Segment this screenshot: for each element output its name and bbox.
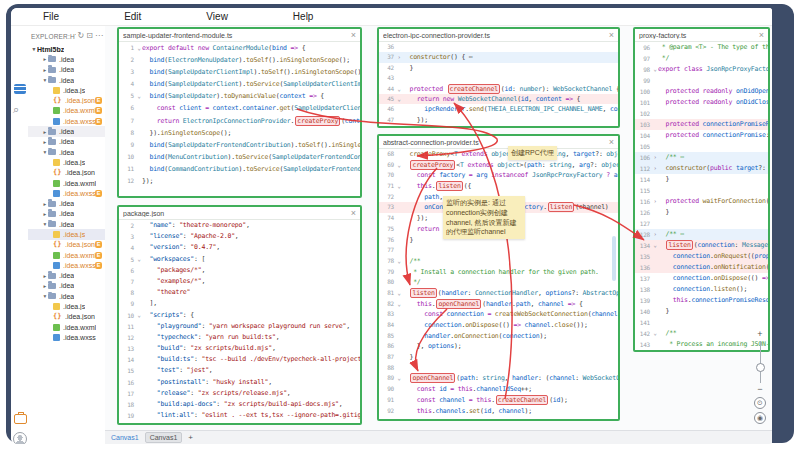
- code-line-105[interactable]: 105: [635, 141, 768, 152]
- code-line-5[interactable]: 5⌄ "workspaces": [: [119, 254, 360, 265]
- zoom-in-button[interactable]: +: [757, 330, 762, 339]
- code-line-81[interactable]: 81⌄ listen(handler: ConnectionHandler, o…: [379, 288, 618, 299]
- code-line-87[interactable]: 87 }: [379, 352, 618, 363]
- tree-item-idea[interactable]: ▸.idea: [28, 209, 105, 219]
- code-line-91[interactable]: 91 const channel = this.createChannel(id…: [379, 395, 618, 406]
- code-line-11[interactable]: 11 "playground": "yarn workspace playgro…: [119, 321, 360, 332]
- code-line-101[interactable]: 101 protected readonly onDidCloseConn: [635, 97, 768, 108]
- code-line-136[interactable]: 136 connection.onNotification((pro: [635, 262, 768, 273]
- code-line-138[interactable]: 138 connection.listen();: [635, 284, 768, 295]
- code-line-103[interactable]: 103 protected connectionPromiseResolv: [635, 119, 768, 130]
- code-line-10[interactable]: 10 bind(MenuContribution).toService(Samp…: [119, 151, 360, 163]
- code-line-19[interactable]: 19 "lint:all": "eslint . --ext ts,tsx --…: [119, 410, 360, 421]
- tree-item-idea-json[interactable]: {}.idea.json: [28, 312, 105, 322]
- locate-button[interactable]: ◉: [754, 412, 766, 424]
- tree-item-idea[interactable]: ▸.idea: [28, 271, 105, 281]
- code-line-16[interactable]: 16 "postinstall": "husky install",: [119, 377, 360, 388]
- tree-item-idea[interactable]: ▸.idea: [28, 281, 105, 291]
- files-icon[interactable]: [14, 84, 26, 94]
- code-line-46[interactable]: 46 ipcRenderer.send(THEIA_ELECTRON_IPC_C…: [379, 104, 618, 114]
- code-line-3[interactable]: 3 "license": "Apache-2.0",: [119, 231, 360, 242]
- close-icon[interactable]: ×: [351, 209, 356, 218]
- code-line-68[interactable]: 68 createProxy<T extends object>(path: s…: [379, 149, 618, 160]
- tree-item-idea-json[interactable]: {}.idea.jsonE: [28, 240, 105, 250]
- code-line-36[interactable]: 36: [379, 42, 618, 52]
- code-line-9[interactable]: 9 bind(SampleUpdaterFrontendContribution…: [119, 139, 360, 151]
- code-line-17[interactable]: 17 "release": "zx scripts/release.mjs",: [119, 388, 360, 399]
- code-line-10[interactable]: 10⌄ "scripts": {: [119, 310, 360, 321]
- reset-view-button[interactable]: ⊙: [754, 397, 766, 409]
- close-icon[interactable]: ×: [759, 31, 764, 40]
- close-icon[interactable]: ×: [609, 138, 614, 147]
- annotation-note-listen-explain[interactable]: 监听的实例是: 通过connection实例创建channel, 然后设置新建的…: [443, 196, 525, 239]
- tree-item-idea[interactable]: ▸.idea: [28, 198, 105, 208]
- tree-item-idea[interactable]: ▾.idea: [28, 75, 105, 85]
- code-line-128[interactable]: 128› /** ⋯: [635, 229, 768, 240]
- tab-canvas1-active[interactable]: Canvas1: [111, 434, 139, 441]
- code-line-141[interactable]: 141: [635, 317, 768, 328]
- ref-highlight-box[interactable]: createChannel: [448, 84, 500, 94]
- code-line-1[interactable]: 1⌄export default new ContainerModule(bin…: [119, 42, 360, 54]
- ref-highlight-box[interactable]: openChannel: [436, 299, 481, 309]
- code-line-8[interactable]: 8 }).inSingletonScope();: [119, 127, 360, 139]
- code-line-126[interactable]: 126 }: [635, 207, 768, 218]
- code-line-99[interactable]: 99: [635, 75, 768, 86]
- tree-item-idea[interactable]: ▸.idea: [28, 65, 105, 75]
- code-line-4[interactable]: 4 bind(SampleUpdaterClient).toService(Sa…: [119, 78, 360, 90]
- ref-highlight-box[interactable]: listen: [436, 181, 462, 191]
- search-icon[interactable]: ⌕: [13, 104, 19, 115]
- code-line-43[interactable]: 43: [379, 73, 618, 83]
- panel-title-bar[interactable]: package.json×: [119, 207, 360, 220]
- code-line-86[interactable]: 86 }, options);: [379, 341, 618, 352]
- code-line-102[interactable]: 102: [635, 108, 768, 119]
- code-line-12[interactable]: 12});: [119, 175, 360, 187]
- code-line-82[interactable]: 82⌄ this.openChannel(handler.path, chann…: [379, 299, 618, 310]
- code-line-135[interactable]: 135 connection.onRequest((prop,: [635, 251, 768, 262]
- more-icon[interactable]: ⋯: [95, 32, 103, 40]
- code-line-96[interactable]: 96 * @param <T> - The type of the object: [635, 42, 768, 53]
- code-line-88[interactable]: 88: [379, 363, 618, 374]
- collapse-icon[interactable]: ⊡: [86, 32, 93, 40]
- refresh-icon[interactable]: ↻: [78, 32, 85, 40]
- menu-edit[interactable]: Edit: [124, 11, 141, 22]
- tree-item-root[interactable]: ▾HtmI5bz: [28, 44, 105, 54]
- code-line-14[interactable]: 14 "build:ts": "tsc --build ./devEnv/typ…: [119, 354, 360, 365]
- tree-item-idea[interactable]: ▸.idea: [28, 137, 105, 147]
- code-line-112[interactable]: 112› constructor(public target?: any) {⋯: [635, 163, 768, 174]
- code-line-140[interactable]: 140 }: [635, 306, 768, 317]
- ref-highlight-box[interactable]: listen: [666, 240, 692, 250]
- close-icon[interactable]: ×: [351, 31, 356, 40]
- code-line-98[interactable]: 98⌄export class JsonRpcProxyFactory<T ex…: [635, 64, 768, 75]
- code-line-83[interactable]: 83 const connection = createWebSocketCon…: [379, 309, 618, 320]
- code-line-92[interactable]: 92 this.channels.set(id, channel);: [379, 406, 618, 417]
- code-line-6[interactable]: 6 "packages/*",: [119, 265, 360, 276]
- code-line-127[interactable]: 127: [635, 218, 768, 229]
- ref-highlight-box[interactable]: createProxy: [295, 116, 340, 126]
- tree-item-idea-json[interactable]: {}.idea.jsonE: [28, 95, 105, 105]
- ref-highlight-box[interactable]: listen: [548, 202, 574, 212]
- code-line-2[interactable]: 2 bind(ElectronMenuUpdater).toSelf().inS…: [119, 54, 360, 66]
- tree-item-idea-js[interactable]: .idea.js: [28, 85, 105, 95]
- code-line-69[interactable]: 69⌄ createProxy<T extends object>(path: …: [379, 160, 618, 171]
- tree-item-idea[interactable]: ▸.idea: [28, 54, 105, 64]
- close-icon[interactable]: ×: [609, 31, 614, 40]
- tree-item-idea-js[interactable]: .idea.js: [28, 157, 105, 167]
- code-line-97[interactable]: 97 */: [635, 53, 768, 64]
- code-line-134[interactable]: 134⌄ listen(connection: MessageConnecti: [635, 240, 768, 251]
- panel-title-bar[interactable]: abstract-connection-provider.ts×: [379, 136, 618, 149]
- tree-item-idea-wxml[interactable]: .idea.wxmlE: [28, 106, 105, 116]
- code-line-2[interactable]: 2 "name": "theatre-monorepo",: [119, 220, 360, 231]
- tree-item-idea-wxss[interactable]: .idea.wxss: [28, 332, 105, 342]
- code-line-7[interactable]: 7 return ElectronIpcConnectionProvider.c…: [119, 115, 360, 127]
- code-line-7[interactable]: 7 "examples/*",: [119, 276, 360, 287]
- code-line-8[interactable]: 8 "theatre": [119, 287, 360, 298]
- code-line-13[interactable]: 13 "build": "zx scripts/build.mjs",: [119, 343, 360, 354]
- code-line-71[interactable]: 71⌄ this.listen({: [379, 181, 618, 192]
- code-line-89[interactable]: 89⌄ openChannel(path: string, handler: (…: [379, 373, 618, 384]
- tree-item-idea[interactable]: ▾.idea: [28, 147, 105, 157]
- code-line-70[interactable]: 70 const factory = arg instanceof JsonRp…: [379, 170, 618, 181]
- add-canvas-button[interactable]: +: [188, 433, 193, 442]
- code-line-6[interactable]: 6 const client = context.container.get(S…: [119, 102, 360, 114]
- code-line-47[interactable]: 47 });: [379, 115, 618, 125]
- annotation-note-create-rpc-proxy[interactable]: 创建RPC代理: [508, 146, 557, 160]
